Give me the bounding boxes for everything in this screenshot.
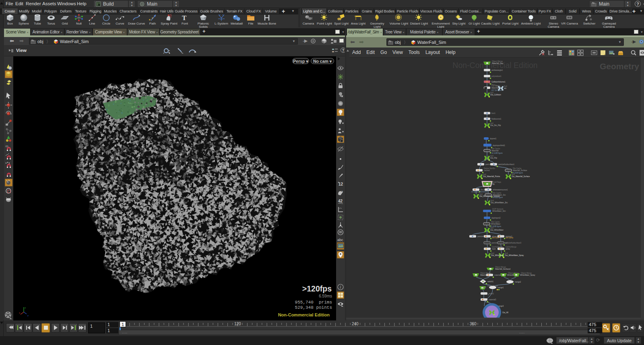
svg-text:merge2: merge2 — [515, 281, 521, 283]
svg-text:T: T — [182, 14, 187, 22]
svg-text:x: x — [19, 312, 20, 314]
svg-text:dopnet1: dopnet1 — [490, 138, 497, 140]
svg-text:Waterfall: Waterfall — [491, 150, 499, 152]
svg-text:Out_WhiteWate: Out_WhiteWate — [491, 254, 504, 256]
svg-text:42: 42 — [338, 199, 343, 203]
svg-text:whitewatersource1: whitewatersource1 — [493, 189, 508, 191]
svg-text:spray: spray — [506, 248, 510, 250]
svg-text:Waterfall: Waterfall — [480, 274, 487, 276]
svg-text:box1: box1 — [491, 112, 495, 114]
svg-text:fluidsource1: fluidsource1 — [491, 118, 502, 120]
svg-text:switch1: switch1 — [487, 281, 494, 283]
svg-text:material3: material3 — [489, 299, 496, 301]
svg-text:Out_WhiteWater_Src: Out_WhiteWater_Src — [491, 202, 508, 204]
svg-text:Waterfall_Surfaced: Waterfall_Surfaced — [495, 268, 511, 270]
svg-text:dopimport2: dopimport2 — [491, 217, 501, 219]
svg-text:scale1: scale1 — [489, 293, 494, 295]
svg-text:3.4GB figure: 3.4GB figure — [493, 196, 503, 198]
svg-text:Out_Src_Flip: Out_Src_Flip — [490, 124, 501, 126]
svg-text:abc: abc — [337, 238, 343, 242]
svg-text:dopimportfield1: dopimportfield1 — [493, 145, 505, 147]
svg-text:attribwrangle1: attribwrangle1 — [491, 69, 503, 71]
svg-text:Out_Collision: Out_Collision — [490, 94, 501, 96]
svg-text:z: z — [27, 314, 29, 317]
svg-text:WhiteWater: WhiteWater — [491, 223, 501, 225]
svg-text:cached: cached — [484, 169, 490, 171]
svg-text:Out_WhiteWater_Spray: Out_WhiteWater_Spray — [505, 254, 524, 256]
svg-text:foam: foam — [492, 248, 496, 250]
svg-text:y: y — [25, 306, 26, 309]
svg-text:Waterfall_Surface: Waterfall_Surface — [513, 169, 527, 171]
svg-text:merge1: merge1 — [497, 287, 504, 289]
svg-text:12: 12 — [339, 182, 343, 186]
svg-text:WhiteWater_Src: WhiteWater_Src — [493, 194, 506, 196]
svg-text:polyreduce1: polyreduce1 — [491, 75, 502, 77]
svg-text:Out_WhiteWater: Out_WhiteWater — [490, 229, 504, 231]
svg-text:src: src — [504, 87, 507, 89]
svg-text:flip: flip — [492, 183, 495, 185]
svg-text:Waterfall_Geo: Waterfall_Geo — [492, 62, 504, 64]
svg-text:WhiteWater_Sim: WhiteWater_Sim — [492, 210, 506, 212]
svg-text:12.1GB figure: 12.1GB figure — [491, 152, 503, 154]
svg-text:4: 4 — [341, 190, 343, 192]
svg-text:particlefluidsurface1: particlefluidsurface1 — [498, 163, 515, 165]
svg-text:WhiteWater_Spray: WhiteWater_Spray — [520, 274, 535, 276]
svg-text:Out_All: Out_All — [502, 312, 508, 314]
svg-text:Fluid: Fluid — [482, 287, 486, 289]
svg-text:Out_Waterfall_Surface: Out_Waterfall_Surface — [512, 176, 530, 178]
svg-text:i: i — [340, 285, 341, 289]
svg-text:Out_Flip: Out_Flip — [490, 157, 497, 159]
svg-text:CollisionVolume1: CollisionVolume1 — [491, 81, 506, 83]
svg-text:217.2k figure: 217.2k figure — [491, 89, 502, 91]
svg-text:Out_Waterfall_Points: Out_Waterfall_Points — [483, 176, 500, 178]
svg-text:re-Saved Overwrites: re-Saved Overwrites — [471, 191, 488, 193]
svg-text:particlefluidsurface3: particlefluidsurface3 — [505, 242, 522, 244]
svg-text:wet spray: wet spray — [506, 237, 514, 239]
